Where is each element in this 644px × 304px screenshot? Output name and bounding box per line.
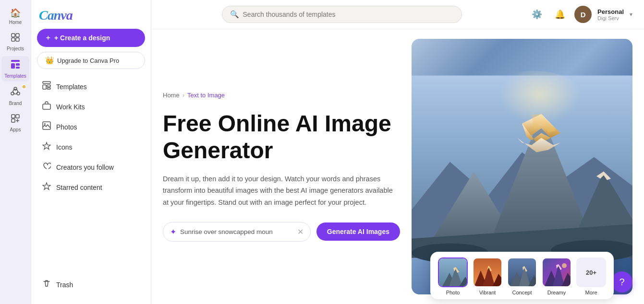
thumb-photo-img xyxy=(438,257,468,287)
svg-point-58 xyxy=(562,263,567,268)
sidebar-item-trash[interactable]: Trash xyxy=(34,275,148,294)
trash-icon xyxy=(42,279,51,290)
svg-point-23 xyxy=(44,123,46,125)
thumb-vibrant-img xyxy=(473,257,502,287)
header-right: ⚙️ 🔔 D Personal Digi Serv ▾ xyxy=(528,6,632,23)
svg-rect-0 xyxy=(12,34,15,37)
style-thumb-photo[interactable]: Photo xyxy=(438,257,468,295)
prompt-row: ✦ ✕ Generate AI Images xyxy=(163,222,400,242)
brand-icon xyxy=(10,86,21,99)
icons-icon xyxy=(42,141,51,152)
sidebar-item-templates[interactable]: Templates xyxy=(34,77,148,96)
help-button[interactable]: ? xyxy=(611,271,632,292)
svg-rect-20 xyxy=(47,88,50,89)
home-icon: 🏠 xyxy=(10,8,21,18)
rail-item-projects[interactable]: Projects xyxy=(1,30,29,54)
svg-rect-4 xyxy=(11,60,20,62)
settings-button[interactable]: ⚙️ xyxy=(528,6,546,23)
thumb-concept-label: Concept xyxy=(512,290,532,295)
rail-item-home[interactable]: 🏠 Home xyxy=(1,5,29,28)
svg-rect-17 xyxy=(43,82,50,83)
user-subtitle: Digi Serv xyxy=(597,15,624,21)
breadcrumb: Home › Text to Image xyxy=(163,92,400,99)
rail-label-brand: Brand xyxy=(9,101,22,106)
breadcrumb-home[interactable]: Home xyxy=(163,92,180,99)
rail-label-templates: Templates xyxy=(4,73,26,79)
thumb-dreamy-label: Dreamy xyxy=(547,290,566,295)
icon-rail: 🏠 Home Projects Templates ● Brand Apps xyxy=(0,0,31,304)
svg-rect-14 xyxy=(12,119,15,122)
breadcrumb-separator: › xyxy=(182,92,184,99)
photos-icon xyxy=(42,121,51,132)
more-styles-box: 20+ xyxy=(576,257,606,287)
description-text: Dream it up, then add it to your design.… xyxy=(163,175,393,206)
search-icon: 🔍 xyxy=(230,10,239,19)
svg-rect-3 xyxy=(16,38,19,41)
sidebar-item-workkits[interactable]: Work Kits xyxy=(34,97,148,117)
creators-icon xyxy=(42,162,51,173)
apps-icon xyxy=(11,114,20,126)
rail-item-templates[interactable]: Templates xyxy=(1,56,29,82)
svg-rect-2 xyxy=(12,38,15,41)
upgrade-button[interactable]: 👑 Upgrade to Canva Pro xyxy=(37,52,145,69)
svg-rect-12 xyxy=(12,115,15,118)
sidebar-nav: Templates Work Kits Photos Icons Creator… xyxy=(31,77,151,271)
svg-rect-7 xyxy=(16,67,20,69)
main-content: 🔍 ⚙️ 🔔 D Personal Digi Serv ▾ Home › xyxy=(151,0,644,304)
sidebar-item-photos[interactable]: Photos xyxy=(34,117,148,137)
generate-button[interactable]: Generate AI Images xyxy=(316,222,400,241)
style-thumb-concept[interactable]: Concept xyxy=(507,257,537,295)
page-title: Free Online AI Image Generator xyxy=(163,110,400,163)
right-panel: Photo xyxy=(412,39,632,294)
style-thumb-dreamy[interactable]: Dreamy xyxy=(542,257,571,295)
thumb-photo-label: Photo xyxy=(446,290,460,295)
canva-logo: Canva xyxy=(31,6,151,29)
svg-rect-6 xyxy=(16,63,20,66)
starred-icon xyxy=(42,182,51,193)
svg-rect-21 xyxy=(43,104,50,109)
breadcrumb-current: Text to Image xyxy=(187,92,225,99)
rail-label-projects: Projects xyxy=(7,46,24,51)
thumb-concept-img xyxy=(507,257,537,287)
rail-label-home: Home xyxy=(9,20,22,25)
bell-icon: 🔔 xyxy=(555,9,565,20)
style-thumb-vibrant[interactable]: Vibrant xyxy=(473,257,502,295)
plus-icon: ＋ xyxy=(45,34,51,42)
left-panel: Home › Text to Image Free Online AI Imag… xyxy=(163,39,400,294)
notifications-button[interactable]: 🔔 xyxy=(551,6,569,23)
templates-icon xyxy=(10,59,21,72)
style-thumbnails: Photo xyxy=(430,252,614,299)
more-styles-label: More xyxy=(585,290,597,295)
search-bar[interactable]: 🔍 xyxy=(222,6,462,23)
thumb-vibrant-label: Vibrant xyxy=(479,290,496,295)
thumb-dreamy-img xyxy=(542,257,571,287)
rail-label-apps: Apps xyxy=(10,127,21,132)
search-input[interactable] xyxy=(243,11,454,18)
projects-icon xyxy=(11,33,20,45)
prompt-ai-icon: ✦ xyxy=(170,227,176,236)
user-info[interactable]: Personal Digi Serv xyxy=(597,8,624,21)
svg-rect-18 xyxy=(43,85,46,89)
clear-prompt-button[interactable]: ✕ xyxy=(297,227,304,236)
svg-rect-13 xyxy=(16,115,19,118)
rail-item-brand[interactable]: ● Brand xyxy=(1,83,29,109)
avatar[interactable]: D xyxy=(574,6,592,23)
prompt-input[interactable] xyxy=(180,228,293,235)
workkits-icon xyxy=(42,101,51,112)
rail-item-apps[interactable]: Apps xyxy=(1,111,29,135)
sidebar-item-starred[interactable]: Starred content xyxy=(34,177,148,197)
svg-rect-19 xyxy=(47,85,50,87)
create-design-button[interactable]: ＋ + Create a design xyxy=(37,29,145,47)
sidebar-item-creators[interactable]: Creators you follow xyxy=(34,157,148,177)
page-description: Dream it up, then add it to your design.… xyxy=(163,173,393,209)
sidebar-item-icons[interactable]: Icons xyxy=(34,137,148,157)
templates-nav-icon xyxy=(42,81,51,92)
settings-icon: ⚙️ xyxy=(532,9,542,20)
prompt-input-wrap[interactable]: ✦ ✕ xyxy=(163,222,311,242)
crown-icon: 👑 xyxy=(45,56,54,65)
user-chevron-icon: ▾ xyxy=(630,11,632,18)
more-styles-button[interactable]: 20+ More xyxy=(576,257,606,295)
svg-rect-5 xyxy=(11,63,15,69)
sidebar-footer: Trash xyxy=(31,271,151,298)
page-body: Home › Text to Image Free Online AI Imag… xyxy=(151,29,644,304)
